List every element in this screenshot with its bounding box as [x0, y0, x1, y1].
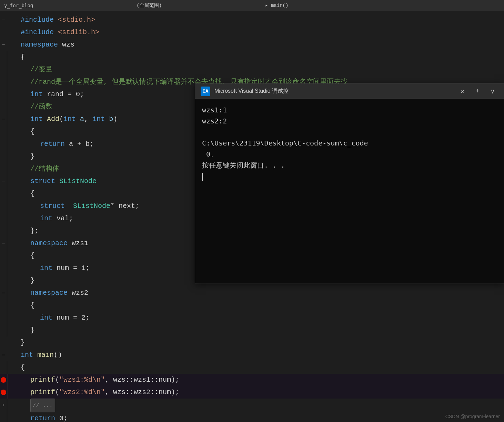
console-output-3: [202, 127, 497, 138]
top-bar: y_for_blog (全局范围) ▸ main(): [0, 0, 504, 11]
code-line-25: int num = 2;: [0, 312, 504, 324]
collapse-btn-3[interactable]: ─: [0, 41, 7, 48]
console-more-btn[interactable]: ∨: [487, 86, 498, 97]
console-body: wzs1:1 wzs2:2 C:\Users\23119\Desktop\C-c…: [195, 99, 504, 283]
watermark: CSDN @program-learner: [445, 414, 500, 419]
console-add-btn[interactable]: +: [472, 86, 483, 97]
collapse-btn-28[interactable]: ─: [0, 352, 7, 359]
code-line-5: //变量: [0, 63, 504, 76]
breakpoint-dot-30[interactable]: [1, 377, 6, 383]
code-line-32: + // ...: [0, 399, 504, 412]
collapse-btn-1[interactable]: ─: [0, 17, 7, 23]
code-line-3: ─ namespace wzs: [0, 39, 504, 51]
code-line-26: }: [0, 324, 504, 336]
breakpoint-dot-31[interactable]: [1, 390, 6, 395]
vs-icon: CA: [201, 87, 210, 96]
console-output-6: 按任意键关闭此窗口. . .: [202, 160, 497, 171]
collapse-btn-32[interactable]: +: [0, 402, 7, 409]
code-line-28: ─ int main(): [0, 349, 504, 361]
console-output-5: 0。: [202, 149, 497, 160]
console-output-2: wzs2:2: [202, 115, 497, 127]
editor-area: ─ #include <stdio.h> #include <stdlib.h>…: [0, 11, 504, 422]
code-line-31: printf("wzs2:%d\n", wzs::wzs2::num);: [0, 386, 504, 399]
code-line-33: return 0;: [0, 412, 504, 422]
console-close-btn[interactable]: ✕: [457, 86, 468, 97]
collapse-btn-23[interactable]: ─: [0, 290, 7, 297]
console-cursor: [202, 173, 203, 181]
collapse-btn-19[interactable]: ─: [0, 240, 7, 247]
collapse-btn-14[interactable]: ─: [0, 178, 7, 185]
function-indicator: ▸ main(): [265, 2, 288, 8]
code-line-1: ─ #include <stdio.h>: [0, 14, 504, 26]
code-line-24: {: [0, 299, 504, 312]
console-cursor-line: [202, 171, 497, 182]
code-line-2: #include <stdlib.h>: [0, 26, 504, 39]
code-line-23: ─ namespace wzs2: [0, 287, 504, 299]
code-line-29: {: [0, 361, 504, 374]
console-output-1: wzs1:1: [202, 104, 497, 115]
code-line-4: {: [0, 51, 504, 63]
collapse-btn-9[interactable]: ─: [0, 116, 7, 123]
code-line-30: printf("wzs1:%d\n", wzs::wzs1::num);: [0, 374, 504, 386]
console-titlebar: CA Microsoft Visual Studio 调试控 ✕ + ∨: [195, 84, 504, 99]
console-title: Microsoft Visual Studio 调试控: [214, 88, 453, 95]
debug-console: CA Microsoft Visual Studio 调试控 ✕ + ∨ wzs…: [195, 83, 504, 283]
file-title: y_for_blog: [4, 3, 33, 8]
scope-indicator: (全局范围): [137, 2, 162, 9]
folded-indicator[interactable]: // ...: [30, 399, 55, 412]
code-line-27: }: [0, 336, 504, 349]
console-output-4: C:\Users\23119\Desktop\C-code-sum\c_code: [202, 138, 497, 149]
